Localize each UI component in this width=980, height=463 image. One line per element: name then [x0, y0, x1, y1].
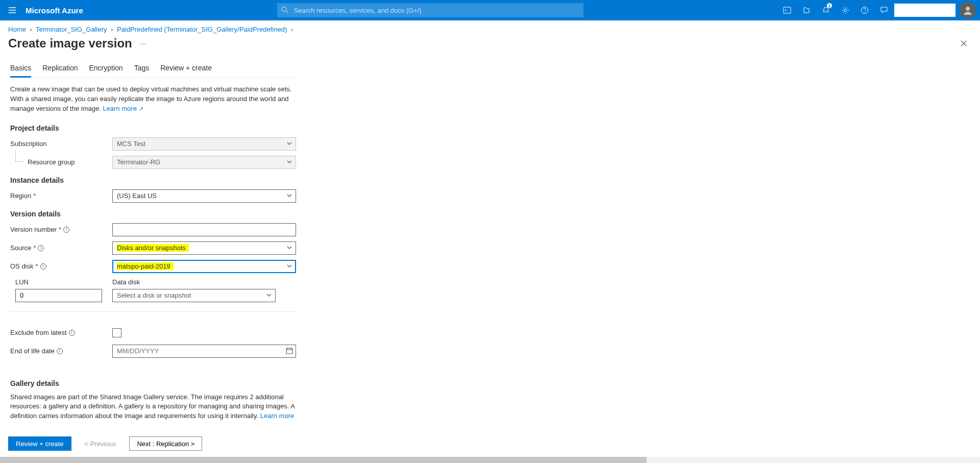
- chevron-down-icon: [286, 245, 292, 252]
- section-instance-details: Instance details: [10, 176, 806, 184]
- lun-label: LUN: [15, 278, 102, 286]
- svg-point-0: [282, 7, 287, 11]
- svg-rect-7: [286, 348, 292, 354]
- tab-tags[interactable]: Tags: [134, 61, 150, 77]
- gallery-learn-more-link[interactable]: Learn more: [260, 412, 294, 420]
- region-select[interactable]: (US) East US: [112, 189, 296, 203]
- tab-replication[interactable]: Replication: [42, 61, 78, 77]
- info-icon[interactable]: i: [63, 227, 69, 233]
- exclude-from-latest-label: Exclude from latest i: [10, 329, 112, 336]
- svg-rect-2: [783, 7, 791, 13]
- info-icon[interactable]: i: [40, 263, 46, 270]
- subscription-select[interactable]: MCS Test: [112, 137, 296, 151]
- breadcrumb-home[interactable]: Home: [8, 26, 26, 33]
- cloud-shell-icon[interactable]: [778, 0, 796, 20]
- page-title: Create image version: [8, 36, 132, 51]
- close-icon: [960, 40, 967, 47]
- menu-icon[interactable]: [4, 2, 20, 18]
- brand-label[interactable]: Microsoft Azure: [26, 6, 83, 15]
- review-create-button[interactable]: Review + create: [8, 436, 71, 451]
- end-of-life-input[interactable]: [112, 345, 296, 358]
- top-filter-input[interactable]: [894, 4, 955, 17]
- top-icon-bar: 1: [778, 0, 976, 20]
- tab-encryption[interactable]: Encryption: [89, 61, 123, 77]
- person-icon: [963, 5, 973, 15]
- info-icon[interactable]: i: [38, 245, 44, 251]
- settings-icon[interactable]: [836, 0, 854, 20]
- svg-point-3: [844, 9, 846, 12]
- next-button[interactable]: Next : Replication >: [129, 436, 202, 451]
- gallery-text: Shared images are part of the Shared Ima…: [10, 393, 296, 422]
- breadcrumb: Home › Terminator_SIG_Gallery › PaidPred…: [0, 20, 980, 35]
- chevron-down-icon: [286, 159, 292, 166]
- footer-bar: Review + create < Previous Next : Replic…: [0, 431, 980, 456]
- notification-badge: 1: [827, 3, 832, 8]
- intro-text: Create a new image that can be used to d…: [10, 85, 296, 114]
- source-select[interactable]: Disks and/or snapshots: [112, 241, 296, 255]
- subscription-label: Subscription: [10, 140, 112, 148]
- chevron-down-icon: [286, 263, 292, 271]
- version-number-label: Version number* i: [10, 226, 112, 233]
- section-gallery-details: Gallery details: [10, 379, 806, 387]
- chevron-down-icon: [266, 292, 272, 300]
- previous-button[interactable]: < Previous: [78, 436, 124, 451]
- resource-group-select[interactable]: Terminator-RG: [112, 156, 296, 169]
- svg-point-5: [864, 12, 865, 12]
- breadcrumb-definition[interactable]: PaidPredefined (Terminator_SIG_Gallery/P…: [117, 26, 287, 33]
- account-avatar[interactable]: [960, 2, 976, 18]
- top-bar: Microsoft Azure 1: [0, 0, 980, 20]
- section-project-details: Project details: [10, 124, 806, 132]
- data-disk-label: Data disk: [112, 278, 276, 286]
- region-label: Region*: [10, 192, 112, 200]
- feedback-icon[interactable]: [875, 0, 893, 20]
- notifications-icon[interactable]: 1: [817, 0, 835, 20]
- close-blade-button[interactable]: [955, 35, 972, 52]
- form-content: Basics Replication Encryption Tags Revie…: [0, 56, 817, 463]
- help-icon[interactable]: [855, 0, 874, 20]
- svg-point-6: [966, 7, 970, 11]
- external-link-icon: ↗: [139, 106, 143, 112]
- search-icon: [281, 6, 288, 13]
- tab-basics[interactable]: Basics: [10, 61, 31, 78]
- chevron-down-icon: [286, 192, 292, 200]
- chevron-down-icon: [286, 140, 292, 148]
- end-of-life-label: End of life date i: [10, 347, 112, 355]
- exclude-from-latest-checkbox[interactable]: [112, 328, 121, 337]
- tab-review[interactable]: Review + create: [160, 61, 212, 77]
- info-icon[interactable]: i: [69, 330, 75, 336]
- learn-more-link[interactable]: Learn more ↗: [103, 105, 143, 112]
- calendar-icon[interactable]: [286, 347, 293, 356]
- svg-line-1: [286, 11, 288, 13]
- info-icon[interactable]: i: [57, 348, 63, 354]
- global-search-input[interactable]: [277, 3, 583, 17]
- source-label: Source* i: [10, 244, 112, 252]
- section-version-details: Version details: [10, 210, 806, 218]
- more-actions-icon[interactable]: ···: [140, 39, 146, 47]
- data-disk-select[interactable]: Select a disk or snapshot: [112, 289, 276, 302]
- lun-input[interactable]: [15, 289, 102, 302]
- title-row: Create image version ···: [0, 35, 980, 56]
- os-disk-label: OS disk* i: [10, 262, 112, 270]
- version-number-input[interactable]: [112, 223, 296, 236]
- horizontal-scrollbar[interactable]: [0, 457, 980, 463]
- directory-icon[interactable]: [797, 0, 816, 20]
- tab-bar: Basics Replication Encryption Tags Revie…: [10, 61, 296, 78]
- resource-group-label: Resource group: [10, 158, 112, 166]
- os-disk-select[interactable]: matspo-paid-2019: [112, 260, 296, 273]
- breadcrumb-gallery[interactable]: Terminator_SIG_Gallery: [36, 26, 107, 33]
- global-search[interactable]: [277, 3, 583, 17]
